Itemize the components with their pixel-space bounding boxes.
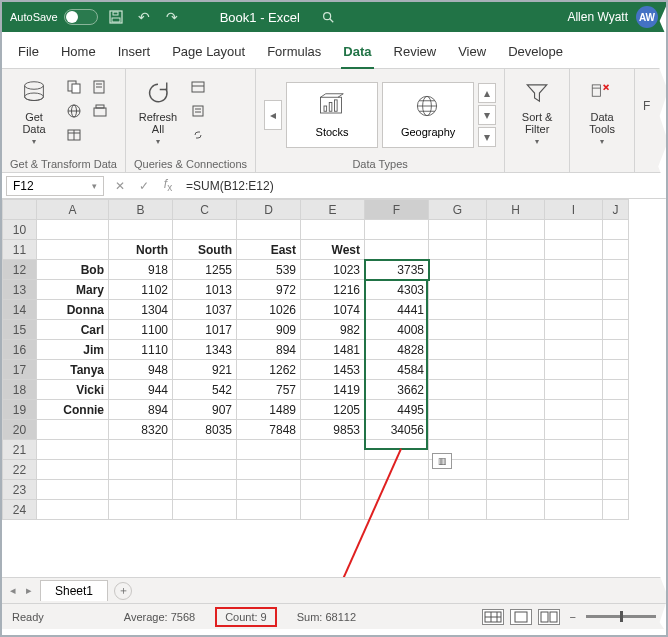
normal-view-icon[interactable]: [482, 609, 504, 625]
cell[interactable]: Carl: [37, 320, 109, 340]
row-header[interactable]: 23: [3, 480, 37, 500]
cell[interactable]: 3662: [365, 380, 429, 400]
row-header[interactable]: 19: [3, 400, 37, 420]
datatype-up[interactable]: ▴: [478, 83, 496, 103]
cell[interactable]: Tanya: [37, 360, 109, 380]
from-web-icon[interactable]: [64, 101, 84, 121]
undo-icon[interactable]: ↶: [134, 7, 154, 27]
row-header[interactable]: 12: [3, 260, 37, 280]
datatype-prev[interactable]: ◂: [264, 100, 282, 130]
cell[interactable]: [545, 500, 603, 520]
cell[interactable]: [603, 320, 629, 340]
row-header[interactable]: 11: [3, 240, 37, 260]
cell[interactable]: 1419: [301, 380, 365, 400]
cell[interactable]: [487, 340, 545, 360]
cell[interactable]: [429, 280, 487, 300]
cell[interactable]: Vicki: [37, 380, 109, 400]
cell[interactable]: [545, 320, 603, 340]
cell[interactable]: 1453: [301, 360, 365, 380]
cell[interactable]: [603, 220, 629, 240]
cell[interactable]: 4441: [365, 300, 429, 320]
cell[interactable]: 9853: [301, 420, 365, 440]
cell[interactable]: 972: [237, 280, 301, 300]
cell[interactable]: 909: [237, 320, 301, 340]
cell[interactable]: 4828: [365, 340, 429, 360]
cell[interactable]: [237, 480, 301, 500]
cell[interactable]: [487, 320, 545, 340]
cell[interactable]: [109, 480, 173, 500]
cell[interactable]: [429, 500, 487, 520]
row-header[interactable]: 21: [3, 440, 37, 460]
cell[interactable]: [237, 220, 301, 240]
col-header[interactable]: A: [37, 200, 109, 220]
cell[interactable]: Connie: [37, 400, 109, 420]
cell[interactable]: [487, 260, 545, 280]
search-icon[interactable]: [318, 7, 338, 27]
cell[interactable]: [37, 460, 109, 480]
cell[interactable]: [603, 340, 629, 360]
cell[interactable]: [37, 480, 109, 500]
name-box[interactable]: F12 ▾: [6, 176, 104, 196]
tab-page-layout[interactable]: Page Layout: [170, 40, 247, 68]
page-layout-view-icon[interactable]: [510, 609, 532, 625]
cell[interactable]: [37, 240, 109, 260]
cell[interactable]: [487, 220, 545, 240]
cell[interactable]: 1481: [301, 340, 365, 360]
row-header[interactable]: 14: [3, 300, 37, 320]
cell[interactable]: [429, 360, 487, 380]
cell[interactable]: [429, 260, 487, 280]
zoom-out-icon[interactable]: −: [566, 611, 580, 623]
cell[interactable]: 1074: [301, 300, 365, 320]
cell[interactable]: [429, 220, 487, 240]
cell[interactable]: [487, 440, 545, 460]
cell[interactable]: [301, 460, 365, 480]
accept-formula-icon[interactable]: ✓: [132, 179, 156, 193]
col-header[interactable]: H: [487, 200, 545, 220]
cell[interactable]: [37, 440, 109, 460]
cell[interactable]: [603, 420, 629, 440]
cell[interactable]: [487, 420, 545, 440]
row-header[interactable]: 10: [3, 220, 37, 240]
cell[interactable]: [109, 460, 173, 480]
cell[interactable]: [365, 460, 429, 480]
cell[interactable]: [487, 500, 545, 520]
data-tools-button[interactable]: Data Tools ▾: [578, 73, 626, 146]
cell[interactable]: 1205: [301, 400, 365, 420]
cell[interactable]: [237, 440, 301, 460]
cell[interactable]: [365, 240, 429, 260]
cell[interactable]: 1037: [173, 300, 237, 320]
cell[interactable]: 8035: [173, 420, 237, 440]
cell[interactable]: [487, 240, 545, 260]
cell[interactable]: [487, 480, 545, 500]
datatype-down[interactable]: ▾: [478, 105, 496, 125]
cell[interactable]: [429, 420, 487, 440]
cell[interactable]: 1017: [173, 320, 237, 340]
cell[interactable]: 1102: [109, 280, 173, 300]
sort-filter-button[interactable]: Sort & Filter ▾: [513, 73, 561, 146]
row-header[interactable]: 20: [3, 420, 37, 440]
tab-review[interactable]: Review: [392, 40, 439, 68]
cell[interactable]: 7848: [237, 420, 301, 440]
cell[interactable]: South: [173, 240, 237, 260]
cell[interactable]: [173, 480, 237, 500]
save-icon[interactable]: [106, 7, 126, 27]
cell[interactable]: 1304: [109, 300, 173, 320]
select-all[interactable]: [3, 200, 37, 220]
cell[interactable]: [365, 480, 429, 500]
from-table-icon[interactable]: [64, 125, 84, 145]
cell[interactable]: 1255: [173, 260, 237, 280]
cell[interactable]: 1100: [109, 320, 173, 340]
paste-options-icon[interactable]: ▥: [432, 453, 452, 469]
queries-icon[interactable]: [188, 77, 208, 97]
cell[interactable]: [603, 460, 629, 480]
properties-icon[interactable]: [188, 101, 208, 121]
formula-input[interactable]: =SUM(B12:E12): [180, 179, 666, 193]
datatype-geography[interactable]: Geography: [382, 82, 474, 148]
cell[interactable]: 757: [237, 380, 301, 400]
row-header[interactable]: 24: [3, 500, 37, 520]
sheet-tab[interactable]: Sheet1: [40, 580, 108, 601]
col-header[interactable]: B: [109, 200, 173, 220]
cell[interactable]: 4008: [365, 320, 429, 340]
cell[interactable]: [603, 500, 629, 520]
cell[interactable]: [603, 400, 629, 420]
